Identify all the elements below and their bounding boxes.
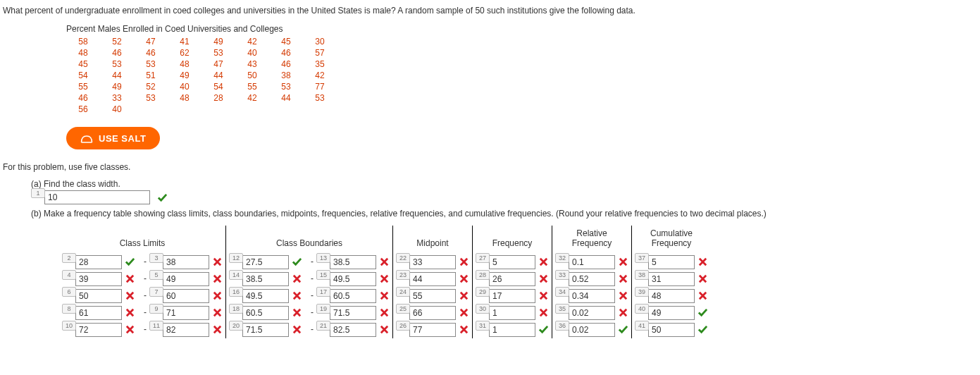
question-text: What percent of undergraduate enrollment… [3, 6, 980, 16]
data-cell: 38 [269, 70, 303, 80]
badge: 30 [476, 304, 490, 314]
table-row: 8-918-1925303540 [59, 305, 711, 321]
cross-icon [379, 324, 390, 335]
use-salt-label: USE SALT [99, 133, 146, 144]
midpoint-input[interactable] [409, 323, 456, 337]
data-cell: 51 [134, 70, 168, 80]
badge: 41 [635, 321, 649, 331]
cross-icon [459, 290, 469, 301]
relative-frequency-input[interactable] [569, 289, 615, 303]
cumulative-frequency-input[interactable] [648, 255, 695, 269]
badge: 34 [555, 287, 569, 297]
table-row: 2-312-1322273237 [59, 254, 711, 271]
data-cell: 46 [134, 48, 168, 58]
badge: 17 [316, 287, 330, 297]
upper-boundary-input[interactable] [330, 323, 376, 337]
midpoint-input[interactable] [409, 306, 456, 320]
lower-limit-input[interactable] [75, 323, 122, 337]
lower-boundary-input[interactable] [242, 272, 289, 286]
frequency-input[interactable] [489, 306, 535, 320]
badge-1: 1 [31, 188, 45, 198]
upper-limit-input[interactable] [163, 306, 209, 320]
upper-boundary-input[interactable] [330, 255, 376, 269]
data-cell: 41 [168, 37, 201, 47]
badge: 36 [555, 321, 569, 331]
header-cumulative-frequency: CumulativeFrequency [632, 226, 712, 254]
frequency-input[interactable] [489, 323, 535, 337]
data-cell: 56 [66, 104, 100, 114]
data-cell [303, 104, 337, 114]
lower-boundary-input[interactable] [242, 306, 289, 320]
cumulative-frequency-input[interactable] [648, 289, 695, 303]
data-cell: 48 [168, 59, 201, 69]
data-cell: 33 [100, 93, 134, 103]
data-cell: 57 [303, 48, 337, 58]
table-row: 10-1120-2126313641 [59, 321, 711, 338]
badge: 12 [229, 253, 243, 263]
cross-icon [125, 307, 135, 318]
dash: - [141, 290, 149, 300]
data-cell: 45 [269, 37, 303, 47]
header-frequency: Frequency [473, 226, 552, 254]
lower-boundary-input[interactable] [242, 255, 289, 269]
badge: 33 [555, 270, 569, 280]
dash: - [308, 307, 316, 317]
midpoint-input[interactable] [409, 272, 456, 286]
use-salt-button[interactable]: USE SALT [66, 127, 160, 149]
midpoint-input[interactable] [409, 289, 456, 303]
badge: 10 [62, 321, 76, 331]
class-width-input[interactable] [44, 190, 150, 204]
upper-limit-input[interactable] [163, 323, 209, 337]
data-cell: 49 [201, 37, 235, 47]
lower-limit-input[interactable] [75, 306, 122, 320]
frequency-input[interactable] [489, 272, 535, 286]
data-cell: 53 [134, 93, 168, 103]
relative-frequency-input[interactable] [569, 323, 615, 337]
badge: 11 [149, 321, 163, 331]
cumulative-frequency-input[interactable] [648, 323, 695, 337]
data-cell: 42 [235, 93, 269, 103]
data-cell: 44 [269, 93, 303, 103]
cumulative-frequency-input[interactable] [648, 306, 695, 320]
upper-boundary-input[interactable] [330, 289, 376, 303]
badge: 39 [635, 287, 649, 297]
lower-limit-input[interactable] [75, 272, 122, 286]
check-icon [292, 257, 302, 267]
lower-limit-input[interactable] [75, 255, 122, 269]
relative-frequency-input[interactable] [569, 306, 615, 320]
upper-boundary-input[interactable] [330, 306, 376, 320]
badge: 16 [229, 287, 243, 297]
data-cell: 46 [269, 48, 303, 58]
badge: 7 [149, 287, 163, 297]
relative-frequency-input[interactable] [569, 272, 615, 286]
cross-icon [292, 290, 302, 301]
frequency-input[interactable] [489, 255, 535, 269]
data-cell: 54 [201, 82, 235, 92]
data-cell: 47 [134, 37, 168, 47]
cross-icon [125, 273, 135, 284]
badge: 32 [555, 253, 569, 263]
cross-icon [538, 257, 549, 267]
midpoint-input[interactable] [409, 255, 456, 269]
upper-limit-input[interactable] [163, 272, 209, 286]
upper-boundary-input[interactable] [330, 272, 376, 286]
lower-boundary-input[interactable] [242, 289, 289, 303]
cumulative-frequency-input[interactable] [648, 272, 695, 286]
dash: - [308, 257, 316, 266]
dash: - [141, 273, 149, 283]
lower-boundary-input[interactable] [242, 323, 289, 337]
data-cell: 58 [66, 37, 100, 47]
upper-limit-input[interactable] [163, 289, 209, 303]
check-icon [538, 324, 549, 335]
data-cell: 53 [303, 93, 337, 103]
relative-frequency-input[interactable] [569, 255, 615, 269]
cross-icon [212, 257, 223, 267]
lower-limit-input[interactable] [75, 289, 122, 303]
cross-icon [459, 273, 469, 284]
frequency-input[interactable] [489, 289, 535, 303]
data-cell: 46 [269, 59, 303, 69]
data-cell: 40 [100, 104, 134, 114]
dash: - [141, 307, 149, 317]
table-row: 6-716-1724293439 [59, 288, 711, 305]
upper-limit-input[interactable] [163, 255, 209, 269]
